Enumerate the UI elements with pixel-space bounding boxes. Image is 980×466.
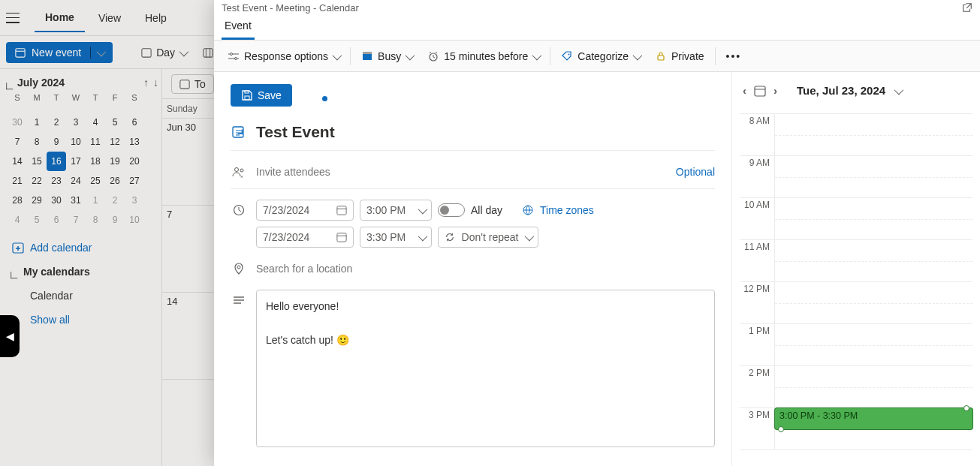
mini-cal-day[interactable]: 1 [86,191,105,210]
hour-lane[interactable] [774,324,972,365]
end-time-field[interactable]: 3:30 PM [360,227,432,248]
repeat-field[interactable]: Don't repeat [438,227,538,248]
mini-cal-day[interactable]: 6 [47,210,66,230]
mini-cal-day[interactable]: 10 [125,210,144,230]
collapse-handle[interactable]: ◀ [0,315,20,357]
preview-event[interactable]: 3:00 PM - 3:30 PM [775,408,972,429]
hour-lane[interactable] [774,198,972,239]
calendar-icon[interactable] [754,85,766,97]
mini-cal-day[interactable]: 5 [27,210,47,230]
hour-lane[interactable] [774,282,972,323]
add-calendar-icon [12,242,24,254]
private[interactable]: Private [649,47,710,65]
popout-icon[interactable] [962,2,972,13]
start-date-field[interactable]: 7/23/2024 [256,200,354,221]
mini-cal-day[interactable]: 28 [8,191,27,210]
start-time-field[interactable]: 3:00 PM [360,200,432,221]
mini-cal-day[interactable]: 27 [125,171,144,191]
time-zones-link[interactable]: Time zones [540,204,594,216]
svg-rect-21 [245,96,249,100]
mini-cal-day[interactable]: 9 [47,132,66,152]
end-date-field[interactable]: 7/23/2024 [256,227,354,248]
mini-cal-day[interactable]: 5 [105,113,125,132]
location-input[interactable] [256,258,715,279]
mini-cal-day[interactable]: 14 [8,152,27,171]
show-all[interactable]: Show all [5,308,161,332]
mini-cal-day[interactable]: 4 [86,113,105,132]
reminder[interactable]: 15 minutes before [421,47,545,65]
hour-lane[interactable] [774,156,972,197]
mini-cal-day[interactable]: 29 [27,191,47,210]
all-day-toggle[interactable] [438,203,465,217]
prev-day[interactable]: ‹ [740,81,749,100]
today-button[interactable]: To [171,74,214,94]
hour-lane[interactable] [774,114,972,155]
mini-cal-day[interactable]: 11 [86,132,105,152]
calendar-item[interactable]: Calendar [5,284,161,308]
hour-lane[interactable] [774,366,972,407]
preview-date[interactable]: Tue, Jul 23, 2024 [797,84,885,97]
chevron-down-icon [179,47,186,59]
more-options[interactable]: ••• [720,47,748,65]
add-calendar[interactable]: Add calendar [5,236,161,260]
mini-cal-day[interactable]: 31 [66,191,86,210]
mini-cal-day[interactable]: 4 [8,210,27,230]
optional-attendees[interactable]: Optional [676,166,715,178]
mini-cal-day[interactable]: 13 [125,132,144,152]
mini-cal-day[interactable]: 8 [27,132,47,152]
mini-cal-day[interactable]: 22 [27,171,47,191]
mini-cal-day[interactable]: 3 [66,113,86,132]
hour-grid[interactable]: 8 AM9 AM10 AM11 AM12 PM1 PM2 PM3 PM3:00 … [740,113,972,450]
attendees-input[interactable] [256,161,667,182]
categorize[interactable]: Categorize [555,47,646,65]
mini-cal-day[interactable]: 6 [125,113,144,132]
mini-cal-next[interactable]: ↓ [153,77,158,89]
mini-cal-day[interactable]: 9 [105,210,125,230]
hamburger-icon[interactable] [6,13,20,23]
mini-cal-day[interactable]: 1 [27,113,47,132]
my-calendars-section[interactable]: My calendars [5,260,161,284]
mini-cal-day[interactable]: 25 [86,171,105,191]
mini-cal-day[interactable]: 23 [47,171,66,191]
tab-help[interactable]: Help [134,5,177,32]
next-day[interactable]: › [770,81,780,100]
sliders-icon [228,50,240,62]
mini-cal-prev[interactable]: ↑ [143,77,149,89]
mini-cal-day[interactable]: 17 [66,152,86,171]
mini-cal-day[interactable]: 15 [27,152,47,171]
mini-cal-day[interactable]: 30 [47,191,66,210]
mini-cal-day[interactable]: 2 [105,191,125,210]
mini-cal-day[interactable]: 20 [125,152,144,171]
mini-cal-day[interactable]: 19 [105,152,125,171]
response-options[interactable]: Response options [222,47,345,65]
view-day[interactable]: Day [135,44,192,62]
mini-cal-day[interactable]: 24 [66,171,86,191]
mini-cal-day[interactable]: 21 [8,171,27,191]
mini-cal-day[interactable]: 3 [125,191,144,210]
description-input[interactable]: Hello everyone! Let's catch up! 🙂 [256,290,715,447]
mini-cal-day[interactable]: 30 [8,113,27,132]
svg-rect-17 [363,52,372,54]
mini-cal-day[interactable]: 16 [47,152,66,171]
mini-cal-day[interactable]: 8 [86,210,105,230]
chevron-down-icon[interactable] [894,84,901,97]
mini-cal-day[interactable]: 12 [105,132,125,152]
tab-view[interactable]: View [88,5,131,32]
mini-cal-day[interactable]: 10 [66,132,86,152]
new-event-dropdown[interactable] [90,47,104,59]
show-as-busy[interactable]: Busy [355,47,418,65]
mini-cal-day[interactable]: 18 [86,152,105,171]
mini-cal-day[interactable]: 7 [8,132,27,152]
mini-cal-day[interactable]: 7 [66,210,86,230]
tab-event[interactable]: Event [222,15,255,40]
event-title-input[interactable] [256,120,715,144]
save-button[interactable]: Save [231,84,292,107]
workweek-icon [203,47,213,58]
mini-cal-day[interactable]: 2 [47,113,66,132]
tab-home[interactable]: Home [35,4,85,32]
hour-lane[interactable] [774,240,972,281]
mini-calendar[interactable]: SMTWTFS301234567891011121314151617181920… [8,93,161,230]
new-event-button[interactable]: New event [6,42,113,63]
chevron-down-icon[interactable] [7,79,14,86]
mini-cal-day[interactable]: 26 [105,171,125,191]
